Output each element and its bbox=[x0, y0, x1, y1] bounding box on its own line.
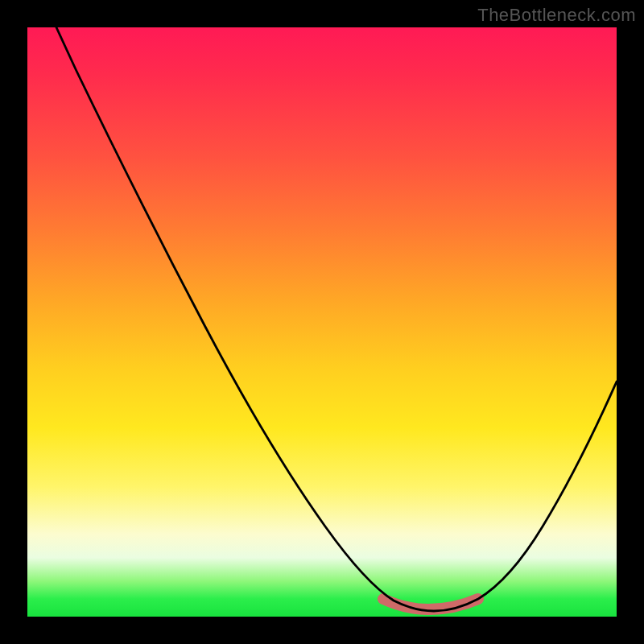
plot-area bbox=[27, 27, 617, 617]
chart-frame: TheBottleneck.com bbox=[0, 0, 644, 644]
watermark-text: TheBottleneck.com bbox=[477, 5, 636, 26]
bottleneck-curve-line bbox=[56, 27, 617, 611]
curve-layer bbox=[27, 27, 617, 617]
valley-highlight bbox=[383, 599, 478, 609]
